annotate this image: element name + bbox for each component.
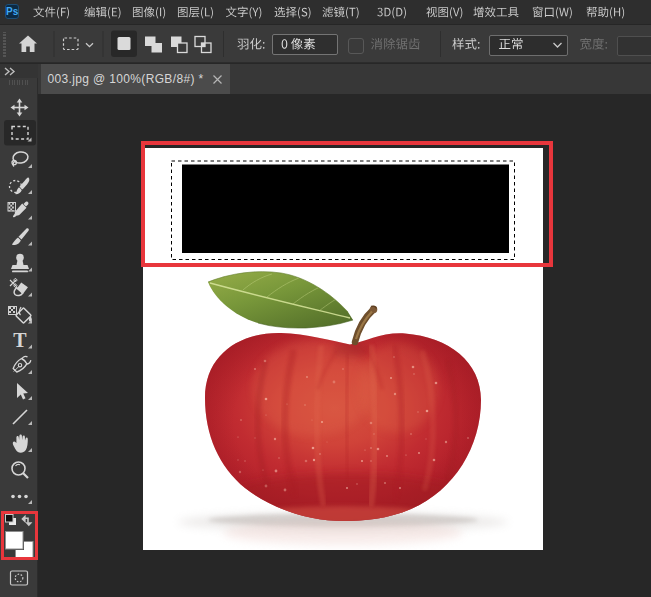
svg-text:T: T xyxy=(13,329,27,351)
